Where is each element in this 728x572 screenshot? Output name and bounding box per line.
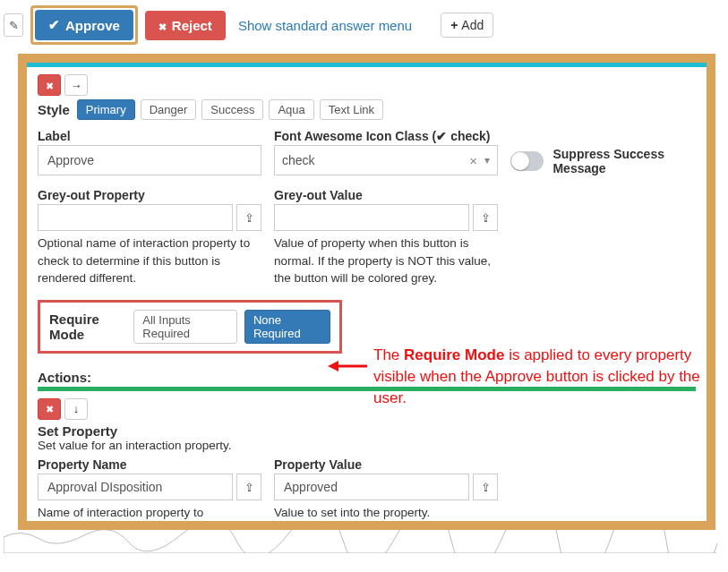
greyprop-picker-button[interactable]	[236, 204, 261, 231]
annotation-arrow	[328, 360, 367, 372]
icon-field-label: Font Awesome Icon Class ( check)	[274, 129, 498, 143]
check-icon	[436, 129, 447, 143]
svg-marker-1	[328, 361, 338, 371]
action-subtitle: Set value for an interaction property.	[38, 439, 696, 452]
action-delete-button[interactable]	[38, 398, 61, 420]
approve-label: Approve	[65, 18, 120, 33]
icon-class-value: check	[282, 153, 462, 167]
suppress-label: Suppress Success Message	[552, 147, 696, 175]
propname-picker-button[interactable]	[236, 474, 261, 500]
approve-button[interactable]: Approve	[35, 10, 133, 40]
clear-icon[interactable]: ×	[469, 153, 477, 168]
propval-picker-button[interactable]	[473, 474, 498, 500]
propname-help: Name of interaction property to	[38, 504, 261, 522]
approve-highlight: Approve	[30, 5, 138, 45]
reject-label: Reject	[172, 18, 212, 33]
edit-button[interactable]	[4, 13, 23, 37]
x-icon	[46, 79, 54, 92]
pencil-icon	[9, 19, 19, 32]
style-label: Style	[38, 102, 70, 117]
style-danger[interactable]: Danger	[141, 99, 197, 120]
action-move-button[interactable]	[64, 398, 88, 420]
arrow-down-icon	[73, 402, 80, 415]
tag-icon	[244, 480, 254, 494]
propval-input[interactable]	[274, 474, 469, 500]
toggle-switch[interactable]	[510, 151, 544, 171]
check-icon	[48, 17, 60, 33]
require-none[interactable]: None Required	[244, 310, 330, 344]
greyval-input[interactable]	[274, 204, 469, 231]
propname-input[interactable]	[38, 474, 233, 500]
label-input[interactable]	[38, 145, 261, 175]
propval-label: Property Value	[274, 457, 498, 472]
require-label: Require Mode	[49, 312, 126, 342]
style-textlink[interactable]: Text Link	[320, 99, 383, 120]
style-selector: Style Primary Danger Success Aqua Text L…	[38, 99, 696, 120]
require-mode-row: Require Mode All Inputs Required None Re…	[38, 300, 342, 354]
add-button[interactable]: Add	[441, 13, 493, 38]
greyprop-label: Grey-out Property	[38, 188, 261, 202]
style-primary[interactable]: Primary	[77, 99, 135, 120]
tag-icon	[481, 480, 491, 494]
style-aqua[interactable]: Aqua	[269, 99, 313, 120]
plus-icon	[450, 18, 458, 32]
greyval-label: Grey-out Value	[274, 188, 498, 202]
require-all[interactable]: All Inputs Required	[133, 310, 237, 344]
style-success[interactable]: Success	[201, 99, 263, 120]
x-icon	[158, 18, 167, 33]
tag-icon	[244, 210, 254, 225]
greyval-help: Value of property when this button is no…	[274, 235, 498, 287]
toolbar: Approve Reject Show standard answer menu…	[4, 5, 717, 45]
label-field-label: Label	[38, 129, 261, 143]
reject-button[interactable]: Reject	[145, 11, 226, 40]
icon-class-select[interactable]: check ×	[274, 145, 498, 175]
move-button[interactable]	[64, 74, 88, 96]
arrow-right-icon	[71, 79, 82, 92]
config-panel: Style Primary Danger Success Aqua Text L…	[18, 54, 715, 530]
greyprop-input[interactable]	[38, 204, 233, 231]
action-title: Set Property	[38, 423, 696, 439]
greyval-picker-button[interactable]	[473, 204, 498, 231]
delete-button[interactable]	[38, 74, 61, 96]
x-icon	[46, 402, 54, 415]
add-label: Add	[461, 18, 484, 32]
propname-label: Property Name	[38, 457, 261, 472]
annotation-text: The Require Mode is applied to every pro…	[373, 345, 705, 408]
suppress-toggle[interactable]: Suppress Success Message	[510, 147, 696, 175]
tag-icon	[481, 210, 491, 225]
chevron-down-icon[interactable]	[484, 154, 490, 166]
propval-help: Value to set into the property.	[274, 504, 498, 522]
torn-edge	[4, 530, 717, 553]
greyprop-help: Optional name of interaction property to…	[38, 235, 261, 287]
standard-answer-link[interactable]: Show standard answer menu	[233, 18, 417, 33]
